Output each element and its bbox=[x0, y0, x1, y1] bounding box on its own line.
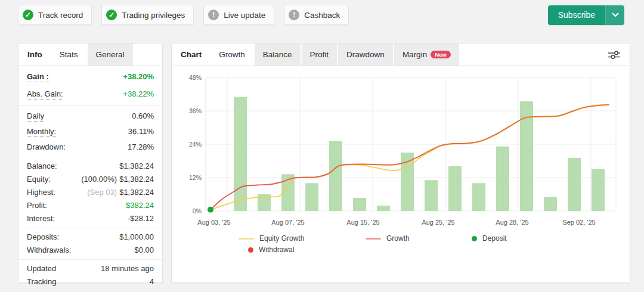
stat-value: +38.20% bbox=[123, 72, 154, 82]
tab-stats[interactable]: Stats bbox=[51, 44, 86, 66]
stats-panel-title: Info bbox=[18, 44, 51, 66]
stat-label: Updated bbox=[27, 264, 56, 274]
stat-row: Drawdown:17.28% bbox=[18, 139, 162, 154]
tab-label: Drawdown bbox=[346, 50, 385, 59]
stats-group: Gain :+38.20%Abs. Gain:+38.22% bbox=[18, 66, 162, 106]
stat-label: Daily bbox=[27, 111, 44, 122]
svg-text:0%: 0% bbox=[193, 207, 202, 215]
stat-value-text: -$28.12 bbox=[128, 214, 154, 223]
badge-label: Cashback bbox=[304, 11, 340, 20]
stat-value-text: 36.11% bbox=[128, 127, 154, 136]
stat-value: 4 bbox=[150, 277, 154, 287]
badge-live-update[interactable]: ! Live update bbox=[203, 5, 274, 25]
stat-row: Deposits:$1,000.00 bbox=[18, 231, 162, 244]
stat-value-text: $382.24 bbox=[126, 201, 154, 210]
stat-label: Profit: bbox=[27, 201, 47, 210]
stat-value-text: +38.20% bbox=[123, 72, 154, 81]
check-icon: ✓ bbox=[23, 10, 33, 20]
stat-row: Equity:(100.00%)$1,382.24 bbox=[18, 173, 162, 186]
stat-row: Monthly:36.11% bbox=[18, 124, 162, 139]
legend-item-growth: Growth bbox=[366, 234, 472, 243]
stat-row: Daily0.60% bbox=[18, 108, 162, 124]
chart-tab-bar: GrowthBalanceProfitDrawdownMarginNew bbox=[210, 44, 460, 66]
svg-text:36%: 36% bbox=[189, 107, 202, 114]
stat-value-text: $1,382.24 bbox=[119, 161, 154, 170]
stat-value: $382.24 bbox=[126, 201, 154, 210]
tab-drawdown[interactable]: Drawdown bbox=[338, 44, 393, 66]
stat-row: Updated18 minutes ago bbox=[18, 262, 162, 275]
stat-value-text: 0.60% bbox=[132, 111, 154, 120]
stats-group: Daily0.60%Monthly:36.11%Drawdown:17.28% bbox=[18, 106, 162, 157]
stat-value: (Sep 03)$1,382.24 bbox=[87, 188, 154, 197]
chart-panel-header: Chart GrowthBalanceProfitDrawdownMarginN… bbox=[172, 44, 630, 66]
stats-group: Balance:$1,382.24Equity:(100.00%)$1,382.… bbox=[18, 157, 162, 228]
stat-row: Highest:(Sep 03)$1,382.24 bbox=[18, 186, 162, 199]
tab-growth[interactable]: Growth bbox=[210, 44, 253, 66]
stat-label: Deposits: bbox=[27, 232, 59, 242]
svg-text:Sep 02, '25: Sep 02, '25 bbox=[562, 219, 595, 226]
legend-dot-swatch bbox=[472, 236, 477, 241]
stat-label: Monthly: bbox=[27, 127, 56, 137]
stat-row: Withdrawals:$0.00 bbox=[18, 244, 162, 257]
stat-label: Interest: bbox=[27, 214, 55, 223]
stats-group: Deposits:$1,000.00Withdrawals:$0.00 bbox=[18, 228, 162, 260]
stat-value-text: $1,000.00 bbox=[119, 232, 154, 241]
tab-profit[interactable]: Profit bbox=[302, 44, 338, 66]
chevron-down-icon bbox=[612, 13, 619, 17]
stats-tab-bar: StatsGeneral bbox=[51, 44, 134, 66]
legend-line-swatch bbox=[239, 238, 254, 240]
tab-balance[interactable]: Balance bbox=[255, 44, 301, 66]
tab-label: Stats bbox=[60, 50, 78, 59]
tab-label: Margin bbox=[402, 50, 427, 59]
stat-value-text: 18 minutes ago bbox=[101, 264, 154, 273]
stat-label: Highest: bbox=[27, 188, 55, 197]
svg-text:Aug 07, '25: Aug 07, '25 bbox=[271, 219, 304, 226]
stat-label: Equity: bbox=[27, 175, 51, 184]
legend-label: Deposit bbox=[482, 234, 507, 243]
stat-value-text: $1,382.24 bbox=[119, 188, 154, 197]
tab-margin[interactable]: MarginNew bbox=[394, 44, 459, 66]
stat-value: +38.22% bbox=[123, 89, 154, 99]
badge-track-record[interactable]: ✓ Track record bbox=[18, 5, 92, 25]
chart-settings-button[interactable] bbox=[599, 44, 630, 66]
badge-label: Trading privileges bbox=[122, 11, 185, 20]
stat-value: 17.28% bbox=[128, 142, 154, 152]
stats-group: Updated18 minutes agoTracking4 bbox=[18, 260, 162, 291]
legend-label: Withdrawal bbox=[259, 246, 294, 254]
stat-value: -$28.12 bbox=[128, 214, 154, 223]
stat-value-text: 17.28% bbox=[128, 142, 154, 151]
svg-text:48%: 48% bbox=[189, 74, 202, 81]
legend-item-withdrawal: Withdrawal bbox=[248, 246, 366, 254]
stat-label: Tracking bbox=[27, 277, 56, 287]
stat-value-text: 4 bbox=[150, 277, 154, 286]
stat-row: Profit:$382.24 bbox=[18, 199, 162, 212]
stat-value-prefix: (Sep 03) bbox=[87, 188, 117, 197]
subscribe-button[interactable]: Subscribe bbox=[548, 5, 605, 25]
growth-chart-canvas: 0%12%24%36%48%Aug 03, '25Aug 07, '25Aug … bbox=[179, 70, 623, 230]
tab-general[interactable]: General bbox=[88, 44, 133, 66]
subscribe-split-button: Subscribe bbox=[548, 5, 624, 25]
stats-panel: Info StatsGeneral Gain :+38.20%Abs. Gain… bbox=[18, 43, 163, 283]
stat-value: 18 minutes ago bbox=[101, 264, 154, 274]
check-icon: ✓ bbox=[106, 10, 117, 20]
sliders-icon bbox=[608, 49, 621, 60]
stat-label: Drawdown: bbox=[27, 142, 66, 152]
stat-value-text: +38.22% bbox=[123, 89, 154, 98]
top-bar: ✓ Track record ✓ Trading privileges ! Li… bbox=[18, 5, 624, 25]
badge-trading-privileges[interactable]: ✓ Trading privileges bbox=[101, 5, 194, 25]
tab-label: Growth bbox=[219, 50, 245, 59]
subscribe-dropdown-button[interactable] bbox=[605, 5, 624, 25]
stat-row: Interest:-$28.12 bbox=[18, 212, 162, 225]
stat-value: (100.00%)$1,382.24 bbox=[81, 175, 154, 184]
svg-text:Aug 25, '25: Aug 25, '25 bbox=[422, 219, 454, 226]
legend-line-swatch bbox=[366, 238, 381, 240]
stat-value-prefix: (100.00%) bbox=[81, 175, 117, 184]
chart-panel-title: Chart bbox=[172, 44, 210, 66]
stat-row: Balance:$1,382.24 bbox=[18, 160, 162, 173]
chart-legend: Equity GrowthGrowthDepositWithdrawal bbox=[179, 234, 625, 254]
svg-text:Aug 15, '25: Aug 15, '25 bbox=[346, 219, 379, 226]
badge-cashback[interactable]: ! Cashback bbox=[284, 5, 349, 25]
stat-label: Withdrawals: bbox=[27, 246, 71, 255]
stat-label: Gain : bbox=[27, 72, 49, 82]
legend-label: Growth bbox=[386, 234, 410, 243]
